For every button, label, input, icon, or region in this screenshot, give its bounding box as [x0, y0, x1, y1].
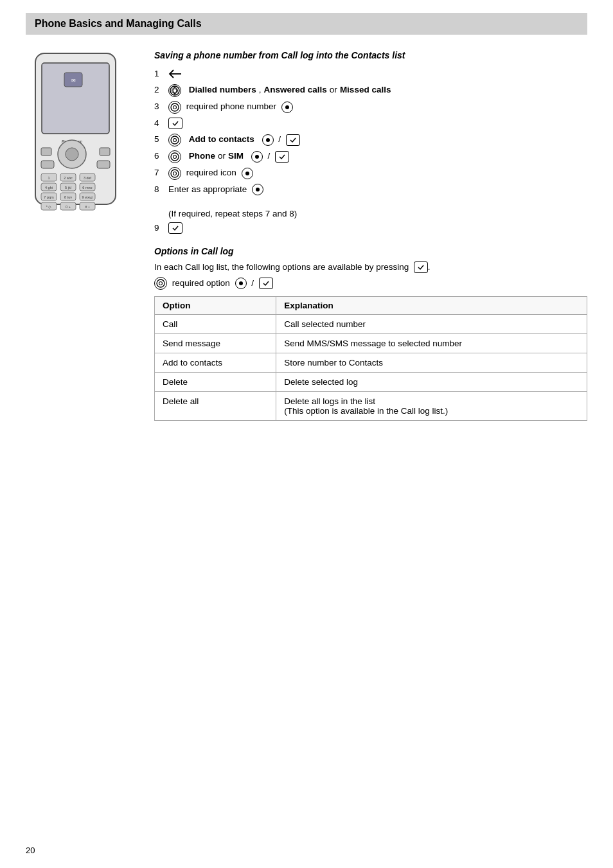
page-number: 20	[26, 846, 35, 855]
center-dot-sub	[235, 278, 247, 289]
step-9-content	[168, 222, 182, 234]
explanation-add-contacts: Store number to Contacts	[276, 353, 587, 372]
square-icon-sub	[259, 278, 273, 289]
center-dot-8	[252, 184, 263, 195]
svg-text:1: 1	[48, 176, 49, 180]
back-icon	[168, 68, 182, 80]
col-header-option: Option	[155, 296, 276, 314]
scroll-icon-6	[168, 150, 181, 163]
svg-point-40	[171, 103, 179, 111]
step-2-text2: Answered calls	[264, 84, 327, 96]
svg-text:9 wxyz: 9 wxyz	[82, 195, 93, 199]
step-num-9: 9	[154, 222, 168, 235]
step-4: 4	[154, 118, 587, 130]
explanation-call: Call selected number	[276, 314, 587, 333]
step-6-text2: SIM	[228, 150, 244, 163]
step-1: 1	[154, 68, 587, 80]
svg-text:4 ghi: 4 ghi	[45, 186, 53, 190]
svg-point-53	[157, 279, 164, 287]
svg-point-48	[255, 155, 259, 159]
options-sub-row: required option /	[154, 277, 587, 290]
svg-point-50	[173, 172, 177, 175]
scroll-icon-7	[168, 167, 181, 180]
svg-rect-7	[41, 148, 51, 155]
option-delete: Delete	[155, 372, 276, 391]
svg-point-42	[285, 105, 289, 109]
table-row: Delete Delete selected log	[155, 372, 587, 391]
step-num-6: 6	[154, 150, 168, 163]
step-num-1: 1	[154, 68, 168, 80]
svg-point-55	[239, 281, 243, 285]
table-row: Add to contacts Store number to Contacts	[155, 353, 587, 372]
svg-rect-9	[41, 161, 54, 168]
center-dot-3	[281, 102, 293, 113]
center-dot-7	[242, 168, 253, 179]
center-dot-5	[262, 134, 274, 146]
option-add-contacts: Add to contacts	[155, 353, 276, 372]
svg-rect-10	[97, 161, 110, 168]
phone-image: ✉ Panasonic 1 2 abc 3 def	[26, 50, 125, 256]
svg-point-41	[173, 105, 177, 109]
square-icon-6	[275, 151, 289, 163]
svg-point-52	[256, 188, 260, 191]
page-container: Phone Basics and Managing Calls ✉ Panaso…	[0, 0, 613, 868]
svg-text:8 tuv: 8 tuv	[64, 195, 72, 199]
svg-text:✉: ✉	[71, 78, 76, 84]
page-title: Phone Basics and Managing Calls	[35, 18, 578, 30]
svg-text:2 abc: 2 abc	[64, 176, 73, 180]
svg-point-44	[173, 138, 177, 141]
table-row: Send message Send MMS/SMS message to sel…	[155, 333, 587, 353]
col-header-explanation: Explanation	[276, 296, 587, 314]
explanation-send-message: Send MMS/SMS message to selected number	[276, 333, 587, 353]
option-call: Call	[155, 314, 276, 333]
step-num-3: 3	[154, 101, 168, 113]
table-row: Delete all Delete all logs in the list(T…	[155, 391, 587, 420]
svg-point-51	[245, 172, 249, 175]
options-section: Options in Call log In each Call log lis…	[154, 246, 587, 421]
step-num-8: 8	[154, 184, 168, 196]
svg-text:# ♪: # ♪	[85, 205, 90, 209]
step-num-5: 5	[154, 134, 168, 146]
square-icon-9	[168, 222, 182, 234]
step-8-note: (If required, repeat steps 7 and 8)	[168, 209, 587, 218]
svg-point-45	[266, 138, 270, 142]
step-8-content: Enter as appropriate	[168, 184, 263, 196]
step-num-4: 4	[154, 118, 168, 130]
svg-text:6 mno: 6 mno	[82, 186, 92, 190]
step-3: 3 required phone number	[154, 101, 587, 114]
svg-point-46	[171, 153, 179, 161]
svg-point-43	[171, 136, 179, 144]
svg-text:5 jkl: 5 jkl	[65, 186, 71, 190]
step-num-2: 2	[154, 84, 168, 96]
step-2-text3: Missed calls	[340, 84, 391, 96]
step-9: 9	[154, 222, 587, 235]
svg-point-36	[170, 86, 179, 95]
square-icon-options	[414, 261, 428, 273]
square-icon-5	[286, 134, 300, 146]
step-5-text: Add to contacts	[189, 134, 254, 146]
options-section-title: Options in Call log	[154, 246, 587, 256]
step-2-text1: Dialled numbers	[189, 84, 256, 96]
explanation-delete: Delete selected log	[276, 372, 587, 391]
step-7: 7 required icon	[154, 167, 587, 180]
steps-list: 1 2 Dialled numbers, Answered call	[154, 68, 587, 196]
main-content: ✉ Panasonic 1 2 abc 3 def	[26, 50, 587, 421]
scroll-icon-5	[168, 134, 181, 146]
step-7-content: required icon	[168, 167, 253, 180]
scroll-icon-3	[168, 101, 181, 114]
svg-rect-8	[100, 148, 110, 155]
step-4-content	[168, 118, 182, 129]
svg-point-49	[171, 170, 179, 177]
step-2: 2 Dialled numbers, Answered calls or Mis…	[154, 84, 587, 97]
svg-point-47	[173, 155, 177, 158]
scroll-icon-2	[168, 84, 181, 97]
scroll-icon-sub	[154, 277, 167, 290]
square-icon-4	[168, 118, 182, 129]
instructions-area: Saving a phone number from Call log into…	[154, 50, 587, 421]
svg-text:3 def: 3 def	[84, 176, 92, 180]
svg-point-37	[173, 89, 177, 93]
step-5-content: Add to contacts /	[168, 134, 300, 146]
center-dot-6	[251, 151, 263, 163]
explanation-delete-all: Delete all logs in the list(This option …	[276, 391, 587, 420]
options-desc: In each Call log list, the following opt…	[154, 261, 587, 273]
